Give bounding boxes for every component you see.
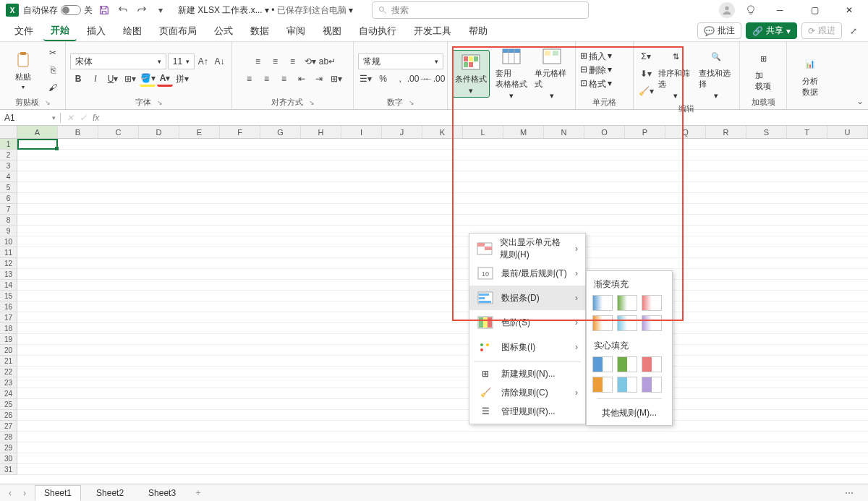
- sheet-tab-3[interactable]: Sheet3: [139, 485, 185, 495]
- font-name-select[interactable]: 宋体▾: [70, 53, 166, 69]
- row-header-30[interactable]: 30: [0, 453, 17, 464]
- row-header-31[interactable]: 31: [0, 464, 17, 475]
- redo-icon[interactable]: [135, 3, 149, 17]
- col-header-B[interactable]: B: [58, 126, 98, 138]
- row-header-12[interactable]: 12: [0, 258, 17, 269]
- fx-icon[interactable]: fx: [93, 113, 99, 123]
- comments-button[interactable]: 💬 批注: [697, 22, 741, 39]
- databar-gradient-orange[interactable]: [592, 315, 613, 331]
- tab-help[interactable]: 帮助: [461, 22, 495, 40]
- menu-clear-rules[interactable]: 🧹 清除规则(C)›: [469, 383, 585, 402]
- col-header-Q[interactable]: Q: [665, 126, 706, 138]
- row-header-23[interactable]: 23: [0, 377, 17, 388]
- percent-icon[interactable]: %: [375, 71, 391, 87]
- add-sheet-icon[interactable]: ＋: [191, 487, 205, 494]
- row-header-18[interactable]: 18: [0, 323, 17, 334]
- databar-solid-orange[interactable]: [592, 377, 613, 393]
- col-header-E[interactable]: E: [179, 126, 220, 138]
- menu-highlight-rules[interactable]: 突出显示单元格规则(H)›: [469, 236, 585, 261]
- row-header-15[interactable]: 15: [0, 291, 17, 301]
- tab-home[interactable]: 开始: [43, 21, 77, 41]
- minimize-button[interactable]: ─: [767, 0, 793, 20]
- cut-icon[interactable]: ✂: [45, 45, 61, 61]
- align-center-icon[interactable]: ≡: [259, 71, 275, 87]
- select-all-corner[interactable]: [0, 126, 17, 138]
- bold-button[interactable]: B: [70, 71, 86, 87]
- increase-decimal-icon[interactable]: .00→: [409, 71, 425, 87]
- tab-file[interactable]: 文件: [7, 22, 41, 40]
- databar-solid-lightblue[interactable]: [617, 377, 637, 393]
- sheet-tab-1[interactable]: Sheet1: [35, 485, 81, 495]
- row-header-19[interactable]: 19: [0, 334, 17, 345]
- close-button[interactable]: ✕: [836, 0, 862, 20]
- databar-gradient-purple[interactable]: [642, 315, 662, 331]
- cell-styles-button[interactable]: 单元格样式▾: [533, 45, 571, 102]
- col-header-J[interactable]: J: [382, 126, 422, 138]
- format-table-button[interactable]: 套用 表格格式▾: [493, 45, 530, 102]
- col-header-S[interactable]: S: [746, 126, 787, 138]
- align-left-icon[interactable]: ≡: [242, 71, 258, 87]
- row-header-7[interactable]: 7: [0, 204, 17, 215]
- databar-solid-blue[interactable]: [592, 356, 613, 372]
- row-header-9[interactable]: 9: [0, 226, 17, 236]
- databar-solid-green[interactable]: [617, 356, 637, 372]
- sort-filter-button[interactable]: ⇅ 排序和筛选▾: [657, 45, 694, 102]
- align-right-icon[interactable]: ≡: [276, 71, 292, 87]
- merge-button[interactable]: ⊞▾: [328, 71, 344, 87]
- row-header-13[interactable]: 13: [0, 269, 17, 280]
- tab-developer[interactable]: 开发工具: [407, 22, 459, 40]
- maximize-button[interactable]: ▢: [801, 0, 827, 20]
- copy-icon[interactable]: ⎘: [45, 62, 61, 78]
- col-header-P[interactable]: P: [625, 126, 665, 138]
- align-top-icon[interactable]: ≡: [250, 53, 266, 69]
- menu-manage-rules[interactable]: ☰ 管理规则(R)...: [469, 402, 585, 421]
- col-header-H[interactable]: H: [301, 126, 341, 138]
- find-select-button[interactable]: 🔍 查找和选择▾: [697, 45, 735, 102]
- italic-button[interactable]: I: [88, 71, 103, 87]
- autosave-toggle[interactable]: 自动保存 关: [23, 4, 93, 17]
- row-header-22[interactable]: 22: [0, 367, 17, 377]
- row-header-27[interactable]: 27: [0, 421, 17, 432]
- delete-cells-button[interactable]: ⊟ 删除 ▾: [580, 64, 612, 77]
- launcher-icon[interactable]: ↘: [157, 99, 163, 106]
- name-box[interactable]: A1▾: [0, 113, 61, 123]
- share-button[interactable]: 🔗 共享 ▾: [746, 22, 797, 39]
- undo-icon[interactable]: [116, 3, 130, 17]
- font-color-button[interactable]: A▾: [157, 71, 173, 87]
- font-size-select[interactable]: 11▾: [168, 53, 195, 69]
- collapse-ribbon-icon[interactable]: ⌄: [856, 96, 864, 106]
- decrease-decimal-icon[interactable]: ←.00: [427, 71, 443, 87]
- col-header-G[interactable]: G: [260, 126, 301, 138]
- status-dots[interactable]: ⋯: [845, 488, 862, 495]
- clear-icon[interactable]: 🧹▾: [638, 83, 654, 99]
- col-header-K[interactable]: K: [422, 126, 463, 138]
- col-header-L[interactable]: L: [463, 126, 503, 138]
- launcher-icon[interactable]: ↘: [45, 99, 51, 106]
- row-header-3[interactable]: 3: [0, 160, 17, 171]
- databar-gradient-green[interactable]: [617, 295, 637, 311]
- col-header-O[interactable]: O: [584, 126, 625, 138]
- col-header-D[interactable]: D: [139, 126, 179, 138]
- row-header-17[interactable]: 17: [0, 312, 17, 323]
- qat-more-icon[interactable]: ▾: [153, 3, 168, 17]
- menu-top-bottom-rules[interactable]: 10 最前/最后规则(T)›: [469, 261, 585, 286]
- grow-font-icon[interactable]: A↑: [196, 53, 211, 69]
- wrap-text-icon[interactable]: ab↵: [320, 53, 336, 69]
- tab-layout[interactable]: 页面布局: [152, 22, 204, 40]
- row-header-26[interactable]: 26: [0, 410, 17, 421]
- currency-icon[interactable]: ☰▾: [358, 71, 374, 87]
- col-header-N[interactable]: N: [544, 126, 584, 138]
- databar-solid-red[interactable]: [642, 356, 662, 372]
- col-header-M[interactable]: M: [503, 126, 544, 138]
- enter-icon[interactable]: ✓: [80, 113, 87, 123]
- row-header-5[interactable]: 5: [0, 182, 17, 193]
- comma-icon[interactable]: ,: [392, 71, 408, 87]
- row-header-14[interactable]: 14: [0, 280, 17, 291]
- launcher-icon[interactable]: ↘: [409, 99, 414, 106]
- underline-button[interactable]: U▾: [105, 71, 121, 87]
- tab-insert[interactable]: 插入: [80, 22, 113, 40]
- row-header-24[interactable]: 24: [0, 388, 17, 399]
- row-header-20[interactable]: 20: [0, 345, 17, 356]
- row-header-8[interactable]: 8: [0, 215, 17, 226]
- fill-color-button[interactable]: 🪣▾: [140, 71, 156, 87]
